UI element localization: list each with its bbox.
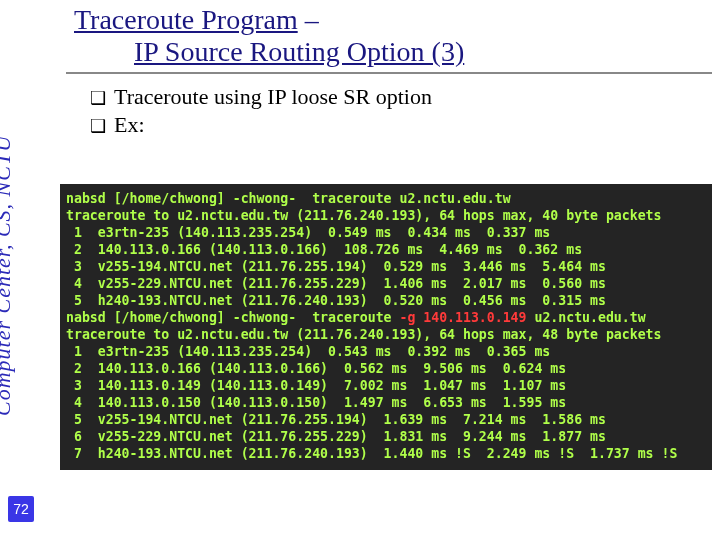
term-line: 3 140.113.0.149 (140.113.0.149) 7.002 ms… — [66, 378, 566, 393]
bullet-text: Ex: — [114, 112, 145, 138]
term-line: 6 v255-229.NTCU.net (211.76.255.229) 1.8… — [66, 429, 606, 444]
term-line: nabsd [/home/chwong] -chwong- traceroute — [66, 310, 399, 325]
term-line: 7 h240-193.NTCU.net (211.76.240.193) 1.4… — [66, 446, 677, 461]
bullet-item: ❑ Traceroute using IP loose SR option — [90, 84, 712, 110]
term-line: nabsd [/home/chwong] -chwong- traceroute… — [66, 191, 511, 206]
title-dash: – — [298, 4, 319, 35]
term-line: 1 e3rtn-235 (140.113.235.254) 0.543 ms 0… — [66, 344, 550, 359]
term-line: 1 e3rtn-235 (140.113.235.254) 0.549 ms 0… — [66, 225, 550, 240]
title-line1-text: Traceroute Program — [74, 4, 298, 35]
page-number-badge: 72 — [8, 496, 34, 522]
term-line: 5 h240-193.NTCU.net (211.76.240.193) 0.5… — [66, 293, 606, 308]
term-highlight: -g 140.113.0.149 — [399, 310, 526, 325]
term-line: 5 v255-194.NTCU.net (211.76.255.194) 1.6… — [66, 412, 606, 427]
term-line: u2.nctu.edu.tw — [527, 310, 646, 325]
term-line: traceroute to u2.nctu.edu.tw (211.76.240… — [66, 327, 661, 342]
bullet-text: Traceroute using IP loose SR option — [114, 84, 432, 110]
term-line: traceroute to u2.nctu.edu.tw (211.76.240… — [66, 208, 661, 223]
term-line: 4 v255-229.NTCU.net (211.76.255.229) 1.4… — [66, 276, 606, 291]
slide-title: Traceroute Program – IP Source Routing O… — [66, 4, 712, 68]
term-line: 2 140.113.0.166 (140.113.0.166) 0.562 ms… — [66, 361, 566, 376]
title-rule — [66, 72, 712, 74]
bullet-list: ❑ Traceroute using IP loose SR option ❑ … — [66, 84, 712, 138]
terminal-block: nabsd [/home/chwong] -chwong- traceroute… — [60, 184, 712, 470]
side-label: Computer Center, CS, NCTU — [0, 2, 48, 422]
term-line: 4 140.113.0.150 (140.113.0.150) 1.497 ms… — [66, 395, 566, 410]
term-line: 3 v255-194.NTCU.net (211.76.255.194) 0.5… — [66, 259, 606, 274]
bullet-icon: ❑ — [90, 114, 106, 138]
term-line: 2 140.113.0.166 (140.113.0.166) 108.726 … — [66, 242, 582, 257]
title-line2-text: IP Source Routing Option (3) — [134, 36, 464, 67]
bullet-icon: ❑ — [90, 86, 106, 110]
slide-content: Traceroute Program – IP Source Routing O… — [66, 4, 712, 532]
bullet-item: ❑ Ex: — [90, 112, 712, 138]
